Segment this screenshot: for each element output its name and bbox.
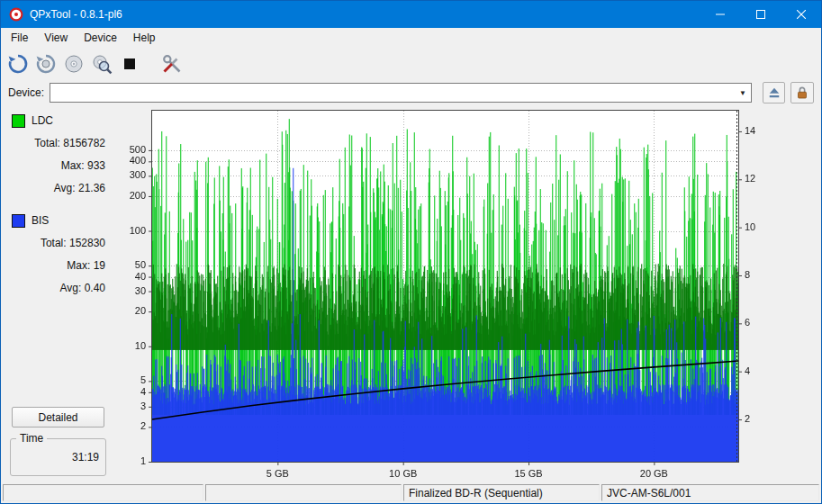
time-label: Time: [16, 432, 47, 445]
quality-chart: [114, 107, 781, 485]
bis-legend: BIS: [12, 212, 107, 229]
status-disc-type: Finalized BD-R (Sequential): [403, 484, 600, 501]
app-window: QPxTool - 0.8.1-pl6 File View Device Hel…: [0, 0, 822, 504]
minimize-button[interactable]: [700, 1, 740, 28]
scan-icon: [7, 53, 29, 75]
lock-button[interactable]: [790, 82, 814, 104]
app-icon: [9, 7, 23, 22]
title-bar: QPxTool - 0.8.1-pl6: [1, 1, 821, 28]
time-groupbox: Time 31:19: [10, 438, 106, 476]
chevron-down-icon[interactable]: ▼: [736, 85, 750, 101]
minimize-icon: [716, 10, 725, 19]
stats-panel: LDC Total: 8156782 Max: 933 Avg: 21.36 B…: [8, 111, 107, 476]
ldc-swatch: [12, 114, 25, 128]
bis-total: Total: 152830: [8, 232, 107, 255]
menu-help[interactable]: Help: [125, 28, 164, 48]
ldc-total: Total: 8156782: [8, 132, 107, 155]
status-segment-1: [3, 484, 203, 501]
close-icon: [797, 10, 806, 19]
window-controls: [700, 1, 821, 28]
media-info-icon: [63, 53, 85, 75]
menu-device[interactable]: Device: [76, 28, 125, 48]
status-bar: Finalized BD-R (Sequential) JVC-AM-S6L/0…: [1, 483, 821, 503]
window-title: QPxTool - 0.8.1-pl6: [30, 8, 122, 21]
status-segment-2: [205, 484, 402, 501]
detailed-button[interactable]: Detailed: [12, 407, 104, 428]
lock-icon: [794, 85, 810, 101]
eject-button[interactable]: [763, 82, 786, 104]
stop-button[interactable]: [117, 51, 142, 76]
bis-swatch: [12, 214, 25, 228]
check-disc-icon: [91, 53, 113, 75]
status-disc-id: JVC-AM-S6L/001: [601, 484, 819, 501]
ldc-max: Max: 933: [8, 155, 107, 177]
menu-file[interactable]: File: [3, 28, 36, 48]
media-info-button[interactable]: [61, 51, 86, 76]
rescan-icon: [35, 53, 57, 75]
ldc-legend: LDC: [12, 112, 107, 129]
device-label: Device:: [8, 86, 44, 99]
menu-view[interactable]: View: [36, 28, 76, 48]
eject-icon: [766, 85, 782, 101]
rescan-button[interactable]: [33, 51, 59, 76]
close-button[interactable]: [781, 1, 821, 28]
maximize-button[interactable]: [740, 1, 781, 28]
bis-avg: Avg: 0.40: [8, 277, 107, 300]
ldc-avg: Avg: 21.36: [8, 177, 107, 200]
preferences-button[interactable]: [159, 51, 185, 76]
bis-label: BIS: [32, 214, 49, 227]
time-value: 31:19: [72, 451, 99, 464]
device-bar: Device: ATAPI iHBS112 2 CL0K [ G: ] ▼: [1, 80, 821, 105]
ldc-label: LDC: [32, 114, 53, 127]
bis-max: Max: 19: [8, 255, 107, 277]
menu-bar: File View Device Help: [1, 28, 821, 48]
scan-button[interactable]: [5, 51, 31, 76]
device-combobox[interactable]: ATAPI iHBS112 2 CL0K [ G: ] ▼: [50, 83, 752, 103]
maximize-icon: [756, 10, 765, 19]
main-area: LDC Total: 8156782 Max: 933 Avg: 21.36 B…: [1, 105, 821, 483]
check-disc-button[interactable]: [89, 51, 114, 76]
toolbar: [1, 48, 821, 80]
preferences-icon: [161, 53, 183, 75]
stop-icon: [119, 53, 140, 75]
